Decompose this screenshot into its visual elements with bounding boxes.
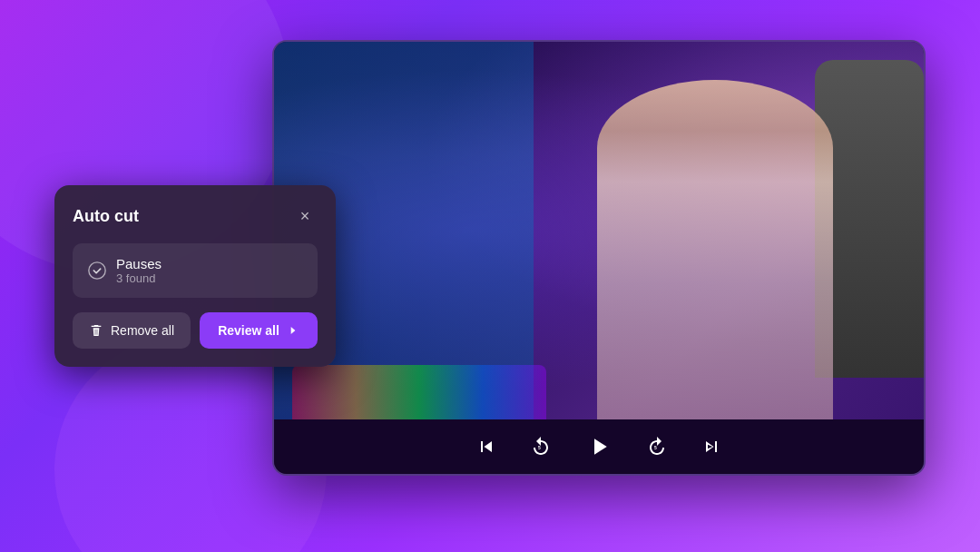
skip-start-button[interactable]	[470, 430, 503, 463]
pauses-row: Pauses 3 found	[73, 243, 318, 298]
rewind-icon: 5	[530, 436, 552, 458]
autocut-panel: Auto cut × Pauses 3 found Remove all	[54, 185, 336, 367]
person-body	[597, 80, 833, 419]
close-button[interactable]: ×	[292, 203, 318, 229]
chevron-right-icon	[287, 324, 299, 337]
play-icon	[585, 433, 612, 460]
action-buttons: Remove all Review all	[73, 312, 318, 349]
review-all-button[interactable]: Review all	[200, 312, 318, 349]
svg-text:5: 5	[654, 445, 657, 450]
pauses-count: 3 found	[116, 271, 162, 285]
video-content	[274, 42, 924, 419]
pauses-info: Pauses 3 found	[116, 256, 162, 285]
forward-icon: 5	[646, 436, 668, 458]
panel-header: Auto cut ×	[73, 203, 318, 229]
play-button[interactable]	[579, 427, 619, 467]
keyboard-rgb	[292, 365, 546, 419]
panel-title: Auto cut	[73, 207, 139, 226]
check-circle-icon	[87, 261, 107, 281]
skip-end-button[interactable]	[695, 430, 728, 463]
video-panel: 5 5	[272, 40, 926, 476]
video-controls-bar: 5 5	[274, 419, 924, 474]
remove-all-button[interactable]: Remove all	[73, 312, 191, 349]
person-silhouette	[561, 42, 869, 419]
rewind-button[interactable]: 5	[524, 430, 557, 463]
skip-end-icon	[701, 436, 722, 458]
forward-button[interactable]: 5	[641, 430, 673, 463]
skip-start-icon	[475, 436, 497, 458]
pauses-label: Pauses	[116, 256, 162, 271]
trash-icon	[89, 323, 103, 338]
svg-text:5: 5	[538, 445, 541, 450]
remove-all-label: Remove all	[111, 323, 174, 338]
svg-point-2	[89, 262, 105, 279]
review-all-label: Review all	[218, 323, 279, 338]
main-container: 5 5	[54, 40, 926, 512]
